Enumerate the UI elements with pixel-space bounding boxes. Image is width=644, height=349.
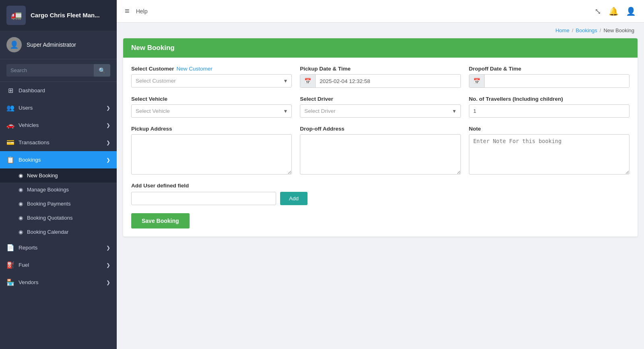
sidebar-item-vendors[interactable]: 🏪 Vendors ❯ (0, 274, 117, 291)
sidebar-header: 🚛 Cargo Chris Fleet Man... (0, 0, 117, 31)
search-wrapper: 🔍 (6, 64, 110, 77)
vehicle-label: Select Vehicle (131, 96, 292, 102)
chevron-right-icon: ❯ (106, 262, 110, 268)
fullscreen-icon[interactable]: ⤡ (594, 6, 601, 16)
sidebar-item-users[interactable]: 👥 Users ❯ (0, 99, 117, 116)
sidebar-item-booking-quotations[interactable]: ◉ Booking Quotations (0, 211, 117, 225)
breadcrumb-home[interactable]: Home (555, 27, 570, 33)
dropoff-calendar-button[interactable]: 📅 (469, 75, 485, 87)
vendors-icon: 🏪 (6, 278, 14, 286)
users-icon: 👥 (6, 104, 14, 112)
travellers-input[interactable] (469, 104, 630, 118)
card-header: New Booking (123, 38, 638, 58)
sidebar-item-booking-payments[interactable]: ◉ Booking Payments (0, 197, 117, 211)
topbar: ≡ Help ⤡ 🔔 👤 (117, 0, 644, 23)
udf-input[interactable] (131, 192, 276, 205)
notifications-icon[interactable]: 🔔 (609, 6, 619, 16)
user-profile: 👤 Super Administrator (0, 31, 117, 59)
vehicles-icon: 🚗 (6, 121, 14, 129)
sub-item-label: Manage Bookings (27, 187, 69, 193)
main-content: ≡ Help ⤡ 🔔 👤 Home / Bookings / New Booki… (117, 0, 644, 349)
travellers-label: No. of Travellers (Including children) (469, 96, 630, 102)
sidebar-item-label: Bookings (19, 157, 41, 163)
sidebar-item-label: Fuel (19, 262, 29, 268)
avatar: 👤 (6, 37, 22, 52)
sidebar-item-booking-calendar[interactable]: ◉ Booking Calendar (0, 225, 117, 239)
user-name: Super Administrator (27, 42, 76, 48)
chevron-right-icon: ❯ (106, 105, 110, 111)
sidebar-item-label: Reports (19, 245, 37, 251)
sidebar-item-vehicles[interactable]: 🚗 Vehicles ❯ (0, 116, 117, 134)
dropoff-datetime-input[interactable] (485, 75, 629, 87)
menu-toggle-icon[interactable]: ≡ (125, 6, 130, 16)
dropoff-address-textarea[interactable] (300, 134, 460, 174)
driver-select-wrapper: Select Driver ▼ (300, 104, 460, 118)
sub-item-label: Booking Quotations (27, 215, 72, 221)
sidebar-item-bookings[interactable]: 📋 Bookings ❯ (0, 151, 117, 168)
sidebar-item-label: Vehicles (19, 122, 39, 128)
booking-calendar-icon: ◉ (19, 229, 23, 235)
breadcrumb-bookings[interactable]: Bookings (576, 27, 597, 33)
chevron-down-icon: ❯ (106, 157, 110, 163)
travellers-group: No. of Travellers (Including children) (469, 96, 630, 118)
dropoff-datetime-wrapper: 📅 (469, 74, 630, 88)
logo-icon: 🚛 (11, 10, 22, 21)
pickup-datetime-group: Pickup Date & Time 📅 (300, 66, 460, 88)
search-input[interactable] (6, 64, 94, 77)
driver-select[interactable]: Select Driver (300, 104, 460, 118)
customer-select[interactable]: Select Customer (131, 74, 292, 87)
form-row-3: Pickup Address Drop-off Address Note (131, 126, 630, 174)
fuel-icon: ⛽ (6, 261, 14, 269)
pickup-datetime-wrapper: 📅 (300, 74, 460, 88)
card-title: New Booking (131, 44, 175, 52)
sidebar-item-dashboard[interactable]: ⊞ Dashboard (0, 82, 117, 99)
driver-group: Select Driver Select Driver ▼ (300, 96, 460, 118)
driver-label: Select Driver (300, 96, 460, 102)
booking-quotations-icon: ◉ (19, 215, 23, 221)
sidebar-item-manage-bookings[interactable]: ◉ Manage Bookings (0, 183, 117, 197)
chevron-right-icon: ❯ (106, 245, 110, 251)
breadcrumb-current: New Booking (603, 27, 634, 33)
customer-label: Select Customer New Customer (131, 66, 292, 72)
avatar-icon: 👤 (10, 40, 19, 49)
chevron-right-icon: ❯ (106, 123, 110, 128)
breadcrumb-sep1: / (572, 27, 574, 33)
customer-select-wrapper: Select Customer ▼ (131, 74, 292, 87)
reports-icon: 📄 (6, 244, 14, 251)
udf-section: Add User defined field Add (131, 183, 630, 205)
breadcrumb: Home / Bookings / New Booking (117, 23, 644, 38)
new-customer-link[interactable]: New Customer (177, 66, 213, 72)
sidebar-search-section: 🔍 (0, 59, 117, 82)
transactions-icon: 💳 (6, 139, 14, 146)
pickup-calendar-button[interactable]: 📅 (300, 75, 316, 87)
sidebar-item-label: Users (19, 105, 33, 111)
sidebar-item-fuel[interactable]: ⛽ Fuel ❯ (0, 256, 117, 274)
sidebar: 🚛 Cargo Chris Fleet Man... 👤 Super Admin… (0, 0, 117, 349)
sidebar-item-reports[interactable]: 📄 Reports ❯ (0, 239, 117, 256)
sub-item-label: Booking Calendar (27, 229, 68, 235)
help-label[interactable]: Help (136, 8, 588, 15)
bookings-icon: 📋 (6, 156, 14, 164)
dropoff-datetime-label: Dropoff Date & Time (469, 66, 630, 72)
vehicle-select[interactable]: Select Vehicle (131, 104, 292, 118)
sidebar-item-transactions[interactable]: 💳 Transactions ❯ (0, 134, 117, 151)
save-booking-button[interactable]: Save Booking (131, 213, 190, 229)
udf-row: Add (131, 192, 630, 205)
booking-payments-icon: ◉ (19, 201, 23, 207)
dropoff-address-label: Drop-off Address (300, 126, 460, 132)
card-body: Select Customer New Customer Select Cust… (123, 58, 638, 237)
dropoff-address-group: Drop-off Address (300, 126, 460, 174)
vehicle-group: Select Vehicle Select Vehicle ▼ (131, 96, 292, 118)
form-row-1: Select Customer New Customer Select Cust… (131, 66, 630, 88)
sidebar-item-new-booking[interactable]: ◉ New Booking (0, 168, 117, 183)
new-booking-card: New Booking Select Customer New Customer… (123, 38, 638, 237)
search-button[interactable]: 🔍 (94, 64, 110, 77)
chevron-right-icon: ❯ (106, 280, 110, 285)
pickup-address-textarea[interactable] (131, 134, 292, 174)
app-title: Cargo Chris Fleet Man... (31, 11, 100, 19)
add-button[interactable]: Add (280, 192, 308, 205)
sidebar-item-label: Vendors (19, 279, 39, 285)
user-menu-icon[interactable]: 👤 (626, 6, 636, 16)
pickup-datetime-input[interactable] (316, 75, 460, 87)
note-textarea[interactable] (469, 134, 630, 174)
